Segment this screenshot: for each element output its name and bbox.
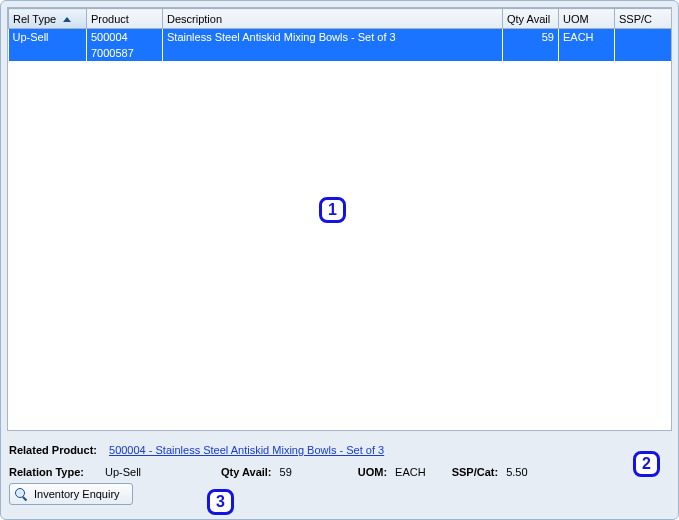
cell-ssp: i6. [615, 45, 672, 61]
related-product-link[interactable]: 500004 - Stainless Steel Antiskid Mixing… [109, 444, 384, 456]
uom-value: EACH [395, 466, 426, 478]
uom-label: UOM: [358, 466, 387, 478]
col-description[interactable]: Description [163, 9, 503, 29]
qty-avail-label: Qty Avail: [221, 466, 272, 478]
ssp-cat-label: SSP/Cat: [452, 466, 498, 478]
info-row-product: Related Product: 500004 - Stainless Stee… [9, 439, 670, 461]
cell-product: 500004 [87, 29, 163, 46]
cell-rel-type: Up-Sell [9, 29, 87, 46]
qty-avail-value: 59 [280, 466, 292, 478]
cell-ssp: 5. [615, 29, 672, 46]
callout-1: 1 [319, 197, 346, 223]
cell-description: Stainless Steel Antiskid Mixing Bowls - … [163, 29, 503, 46]
table-row[interactable]: Up-Sell 500004 Stainless Steel Antiskid … [9, 29, 672, 46]
col-product[interactable]: Product [87, 9, 163, 29]
ssp-cat-value: 5.50 [506, 466, 527, 478]
search-icon [14, 487, 28, 501]
info-row-actions: Inventory Enquiry [9, 483, 670, 505]
col-ssp-cat[interactable]: SSP/C [615, 9, 672, 29]
related-product-label: Related Product: [9, 444, 97, 456]
table-row[interactable]: 7000587 i6. [9, 45, 672, 61]
callout-2: 2 [633, 451, 660, 477]
inventory-enquiry-label: Inventory Enquiry [34, 488, 120, 500]
cell-uom [559, 45, 615, 61]
cell-description [163, 45, 503, 61]
cell-qty-avail [503, 45, 559, 61]
col-rel-type-label: Rel Type [13, 13, 56, 25]
sort-asc-icon [63, 17, 71, 22]
callout-3: 3 [207, 489, 234, 515]
info-row-details: Relation Type: Up-Sell Qty Avail: 59 UOM… [9, 461, 670, 483]
col-uom[interactable]: UOM [559, 9, 615, 29]
relation-type-label: Relation Type: [9, 466, 101, 478]
table-header-row: Rel Type Product Description Qty Avail U… [9, 9, 672, 29]
col-qty-avail[interactable]: Qty Avail [503, 9, 559, 29]
col-rel-type[interactable]: Rel Type [9, 9, 87, 29]
cell-product: 7000587 [87, 45, 163, 61]
relation-type-value: Up-Sell [105, 466, 195, 478]
detail-info-area: Related Product: 500004 - Stainless Stee… [9, 439, 670, 513]
cell-qty-avail: 59 [503, 29, 559, 46]
related-products-panel: Rel Type Product Description Qty Avail U… [0, 0, 679, 520]
related-products-table: Rel Type Product Description Qty Avail U… [8, 8, 671, 61]
inventory-enquiry-button[interactable]: Inventory Enquiry [9, 483, 133, 505]
cell-uom: EACH [559, 29, 615, 46]
cell-rel-type [9, 45, 87, 61]
